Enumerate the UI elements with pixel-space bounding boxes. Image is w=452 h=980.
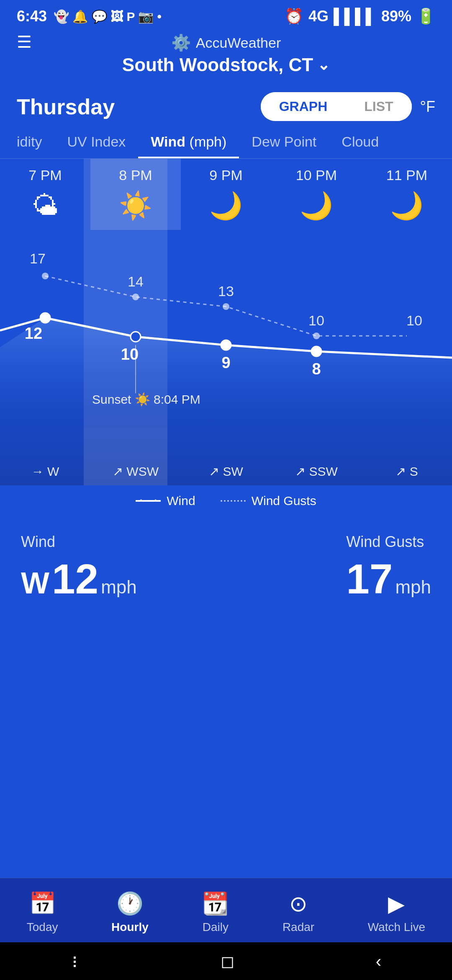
wind-dot-8pm [131, 332, 141, 342]
tab-row: idity UV Index Wind (mph) Dew Point Clou… [0, 125, 452, 159]
wind-val-7pm: 12 [25, 325, 42, 342]
wind-dot-9pm [221, 340, 231, 350]
gusts-speed: 17 [346, 555, 393, 603]
nav-daily[interactable]: 📆 Daily [193, 887, 237, 938]
gust-dot-7pm [42, 273, 49, 279]
gust-dot-8pm [132, 294, 139, 300]
battery-icon: 🔋 [416, 8, 435, 25]
radar-icon: ⊙ [289, 891, 308, 916]
app-name: AccuWeather [196, 35, 281, 51]
tab-dew-point[interactable]: Dew Point [239, 125, 329, 158]
wind-speed: 12 [52, 555, 98, 603]
hourly-icon: 🕐 [116, 891, 144, 916]
hour-label-10pm: 10 PM [296, 167, 337, 183]
app-logo: ⚙️ [171, 34, 191, 52]
gust-val-11pm: 10 [406, 312, 422, 328]
app-brand: ⚙️ AccuWeather [171, 34, 281, 52]
daily-icon: 📆 [202, 891, 229, 916]
day-controls: Thursday GRAPH LIST °F [0, 84, 452, 125]
hourly-label: Hourly [111, 921, 149, 934]
signal-bars: ▌▌▌▌ [334, 8, 376, 25]
wind-dir-10pm: ↗ SSW [271, 457, 362, 485]
wind-info-section: Wind W 12 mph Wind Gusts 17 mph [0, 516, 452, 620]
wind-val-9pm: 9 [221, 354, 230, 371]
wind-chart: 17 14 13 10 10 12 10 9 8 Sunset ☀️ 8:04 … [0, 217, 452, 427]
unit-label: °F [420, 98, 435, 116]
app-header: ☰ ⚙️ AccuWeather South Woodstock, CT ⌄ [0, 29, 452, 84]
weather-icon-7pm: 🌤 [32, 190, 59, 221]
sunset-label: Sunset ☀️ 8:04 PM [92, 392, 200, 407]
day-label: Thursday [17, 94, 115, 119]
wind-direction: W [21, 566, 49, 600]
location-name: South Woodstock, CT [122, 54, 313, 75]
gusts-current-value: 17 mph [346, 555, 431, 603]
today-label: Today [27, 921, 58, 934]
sunset-time: 8:04 PM [154, 392, 200, 406]
nav-watch-live[interactable]: ▶ Watch Live [360, 887, 434, 938]
nav-radar[interactable]: ⊙ Radar [274, 887, 323, 938]
graph-toggle-button[interactable]: GRAPH [261, 92, 346, 121]
android-home-button[interactable]: ◻ [221, 952, 234, 971]
android-back-button[interactable]: ‹ [376, 952, 381, 971]
nav-hourly[interactable]: 🕐 Hourly [103, 887, 157, 938]
gusts-current-label: Wind Gusts [346, 533, 431, 551]
status-time: 6:43 👻 🔔 💬 🖼 P 📷 • [17, 8, 162, 25]
tab-uv-index[interactable]: UV Index [54, 125, 138, 158]
tab-humidity[interactable]: idity [4, 125, 54, 158]
legend-gusts-label: Wind Gusts [252, 494, 316, 508]
gust-val-7pm: 17 [30, 250, 46, 266]
battery-label: 89% [381, 8, 411, 25]
view-toggle[interactable]: GRAPH LIST [261, 92, 412, 121]
wind-dir-11pm: ↗ S [362, 457, 452, 485]
bottom-nav: 📅 Today 🕐 Hourly 📆 Daily ⊙ Radar ▶ Watch… [0, 878, 452, 942]
tab-cloud[interactable]: Cloud [329, 125, 391, 158]
status-right: ⏰ 4G ▌▌▌▌ 89% 🔋 [285, 8, 435, 25]
time-display: 6:43 [17, 8, 47, 25]
wind-unit: mph [101, 577, 137, 598]
hour-label-7pm: 7 PM [28, 167, 62, 183]
hour-label-9pm: 9 PM [209, 167, 242, 183]
status-bar: 6:43 👻 🔔 💬 🖼 P 📷 • ⏰ 4G ▌▌▌▌ 89% 🔋 [0, 0, 452, 29]
signal-label: 4G [308, 8, 329, 25]
legend-gusts: Wind Gusts [221, 494, 316, 508]
wind-info-wind: Wind W 12 mph [21, 533, 137, 603]
location-dropdown-icon: ⌄ [317, 56, 330, 74]
gust-val-9pm: 13 [218, 283, 234, 299]
android-nav-bar: ⫶ ◻ ‹ [0, 942, 452, 980]
notification-icons: 👻 🔔 💬 🖼 P 📷 • [54, 9, 162, 24]
gust-dot-9pm [223, 303, 229, 310]
wind-directions-row: → W ↗ WSW ↗ SW ↗ SSW ↗ S [0, 457, 452, 485]
menu-button[interactable]: ☰ [17, 34, 32, 50]
wind-dir-9pm: ↗ SW [181, 457, 271, 485]
legend-wind-label: Wind [167, 494, 195, 508]
wind-fill-area [0, 318, 452, 427]
radar-label: Radar [282, 921, 314, 934]
chart-svg: 17 14 13 10 10 12 10 9 8 [0, 217, 452, 427]
wind-dir-7pm: → W [0, 457, 90, 485]
weather-icon-11pm: 🌙 [390, 190, 424, 222]
gust-val-10pm: 10 [308, 312, 324, 328]
wind-val-10pm: 8 [312, 360, 321, 378]
gust-dot-10pm [313, 333, 320, 339]
wind-dot-10pm [311, 346, 321, 356]
legend-wind-line [136, 500, 161, 502]
wind-dot-7pm [40, 313, 50, 323]
legend-row: Wind Wind Gusts [0, 485, 452, 516]
wind-info-row: Wind W 12 mph Wind Gusts 17 mph [21, 533, 431, 603]
list-toggle-button[interactable]: LIST [346, 92, 411, 121]
wind-info-gusts: Wind Gusts 17 mph [346, 533, 431, 603]
nav-today[interactable]: 📅 Today [18, 887, 67, 938]
today-icon: 📅 [29, 891, 56, 916]
chart-area: 7 PM 🌤 8 PM ☀️ 9 PM 🌙 10 PM 🌙 11 PM 🌙 [0, 159, 452, 485]
tab-wind[interactable]: Wind (mph) [138, 125, 239, 158]
android-recent-button[interactable]: ⫶ [71, 952, 79, 971]
legend-wind: Wind [136, 494, 195, 508]
gust-val-8pm: 14 [128, 273, 144, 289]
wind-dir-8pm: ↗ WSW [90, 457, 181, 485]
weather-icon-10pm: 🌙 [300, 190, 333, 222]
location-row[interactable]: South Woodstock, CT ⌄ [122, 54, 330, 75]
hour-label-11pm: 11 PM [386, 167, 427, 183]
wind-current-value: W 12 mph [21, 555, 137, 603]
gusts-unit: mph [395, 577, 431, 598]
weather-icon-9pm: 🌙 [209, 190, 243, 222]
